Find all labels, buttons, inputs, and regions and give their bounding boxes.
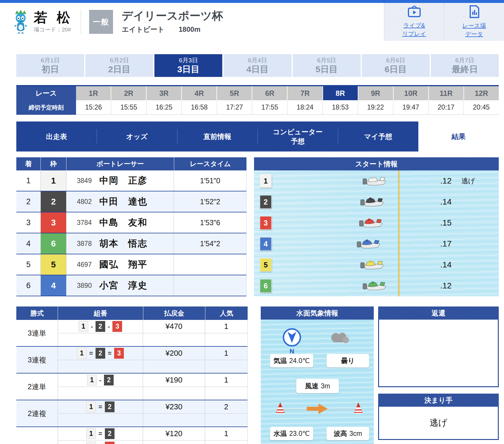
date-tab-day: 3日目	[177, 64, 200, 75]
boat-icon	[357, 238, 382, 250]
date-tab-day: 最終日	[452, 64, 478, 75]
payout-amount: ¥230	[143, 400, 205, 413]
payout-combination: 1=2	[58, 400, 143, 413]
date-tab-date: 6月6日	[386, 57, 405, 64]
boat-icon	[360, 196, 385, 208]
race-deadline-7R: 18:24	[288, 100, 323, 115]
racer-number: 4697	[77, 261, 92, 269]
start-info-row: 5.14	[254, 254, 499, 275]
start-lane-badge: 2	[260, 195, 272, 209]
combo-separator: =	[89, 350, 93, 357]
nav-tab-直前情報[interactable]: 直前情報	[177, 121, 258, 151]
wind-direction-arrow-icon	[307, 403, 328, 415]
race-tab-8R[interactable]: 8R	[323, 86, 358, 100]
nav-tab-結果[interactable]: 結果	[418, 121, 499, 151]
race-deadline-8R: 18:53	[323, 100, 358, 115]
payout-group: 3連単1-2-3¥4701	[16, 320, 248, 347]
result-racer: 4802中田 達也	[66, 191, 174, 212]
race-tab-4R[interactable]: 4R	[182, 86, 217, 100]
date-tab-date: 6月5日	[317, 57, 336, 64]
payout-popularity: 2	[205, 400, 247, 413]
result-lane-badge: 6	[41, 233, 66, 254]
date-tab-最終日[interactable]: 6月7日最終日	[431, 54, 499, 77]
date-tab-date: 6月7日	[455, 57, 474, 64]
date-tab-初日[interactable]: 6月1日初日	[16, 54, 84, 77]
race-tab-2R[interactable]: 2R	[111, 86, 147, 100]
nav-tab-コンピューター予想[interactable]: コンピューター予想	[258, 121, 338, 151]
racer-name: 國弘 翔平	[99, 258, 147, 271]
payout-amount: ¥120	[143, 427, 205, 440]
results-table-header: 着 枠 ボートレーサー レースタイム	[16, 157, 246, 170]
date-tab-day: 2日目	[108, 64, 131, 75]
payout-group: 2連複1=2¥2302	[16, 400, 248, 427]
start-lane-badge: 1	[260, 174, 272, 188]
winning-move-title: 決まり手	[378, 394, 499, 407]
header-link-report[interactable]: レース場データ	[444, 3, 504, 41]
date-tab-4日目[interactable]: 6月4日4日目	[223, 54, 291, 77]
result-race-time: 1'51"0	[174, 170, 246, 191]
air-temp-box: 気温 24.0℃	[270, 354, 313, 367]
race-tab-11R[interactable]: 11R	[429, 86, 464, 100]
air-temp-value: 24.0℃	[289, 357, 310, 365]
result-row: 554697國弘 翔平	[16, 254, 246, 275]
lane-chip: 2	[105, 401, 114, 412]
date-tabs: 6月1日初日6月2日2日目6月3日3日目6月4日4日目6月5日5日目6月6日6日…	[16, 54, 499, 77]
date-tab-6日目[interactable]: 6月6日6日目	[362, 54, 430, 77]
race-tab-1R[interactable]: 1R	[76, 86, 111, 100]
race-tab-9R[interactable]: 9R	[358, 86, 394, 100]
lane-chip: 1	[86, 428, 96, 439]
payout-popularity	[205, 387, 247, 400]
payout-combination: 1=2=3	[58, 347, 143, 360]
start-timing: .14	[414, 191, 452, 212]
header-link-label: ライブ&リプレイ	[402, 21, 426, 38]
payout-combination	[58, 414, 143, 427]
result-place: 3	[16, 212, 41, 233]
nav-tab-マイ予想[interactable]: マイ予想	[338, 121, 418, 151]
payout-amount: ¥470	[143, 320, 205, 333]
payout-bet-type: 2連複	[16, 400, 58, 427]
race-grade-badge: 一般	[89, 10, 113, 34]
wave-height-value: 3cm	[349, 430, 362, 438]
race-tab-5R[interactable]: 5R	[217, 86, 252, 100]
race-deadline-row: 締切予定時刻 15:2615:5516:2516:5817:2717:5518:…	[16, 100, 499, 115]
result-race-time: 1'53"6	[174, 212, 246, 233]
race-tab-12R[interactable]: 12R	[464, 86, 499, 100]
date-tab-date: 6月1日	[41, 57, 60, 64]
report-icon	[469, 5, 480, 19]
race-selector: レース 1R2R3R4R5R6R7R8R9R10R11R12R 締切予定時刻 1…	[16, 85, 499, 115]
buoy-icon	[353, 402, 364, 414]
race-deadline-12R: 20:45	[464, 100, 499, 115]
col-header-racer: ボートレーサー	[66, 157, 174, 170]
header-link-tv[interactable]: ライブ&リプレイ	[384, 3, 444, 41]
result-row: 333784中島 友和1'53"6	[16, 212, 246, 233]
nav-tab-オッズ[interactable]: オッズ	[97, 121, 177, 151]
sky-condition-box: 曇り	[327, 354, 369, 367]
winning-move-value: 逃げ	[378, 407, 499, 440]
date-tab-5日目[interactable]: 6月5日5日目	[293, 54, 361, 77]
race-tab-10R[interactable]: 10R	[394, 86, 429, 100]
date-tab-2日目[interactable]: 6月2日2日目	[85, 54, 153, 77]
payout-row	[58, 387, 247, 400]
page: 若 松 場コード：20# 一般 デイリースポーツ杯 エイトビート 1800m ラ…	[0, 0, 504, 444]
date-tab-3日目[interactable]: 6月3日3日目	[154, 54, 222, 77]
result-lane-badge: 1	[41, 170, 66, 191]
result-row: 224802中田 達也1'52"2	[16, 191, 246, 212]
cloud-icon	[327, 331, 352, 346]
payout-amount	[143, 387, 205, 400]
start-info-title: スタート情報	[254, 157, 499, 170]
boat-icon	[359, 217, 384, 229]
race-tab-6R[interactable]: 6R	[252, 86, 288, 100]
result-row: 463878胡本 悟志1'54"2	[16, 233, 246, 254]
start-info-row: 3.15	[254, 212, 499, 233]
lane-chip: 3	[114, 348, 124, 359]
start-info-panel: スタート情報 1.12逃げ2.143.154.175.146.12	[254, 157, 499, 296]
race-number-row: レース 1R2R3R4R5R6R7R8R9R10R11R12R	[16, 86, 499, 100]
combo-separator: =	[108, 350, 112, 357]
date-tab-date: 6月4日	[248, 57, 267, 64]
payout-popularity: 1	[205, 373, 247, 387]
nav-tab-出走表[interactable]: 出走表	[16, 121, 97, 151]
col-header-payout: 払戻金	[143, 306, 205, 320]
start-timing: .14	[414, 254, 452, 275]
race-tab-3R[interactable]: 3R	[147, 86, 182, 100]
race-tab-7R[interactable]: 7R	[288, 86, 323, 100]
